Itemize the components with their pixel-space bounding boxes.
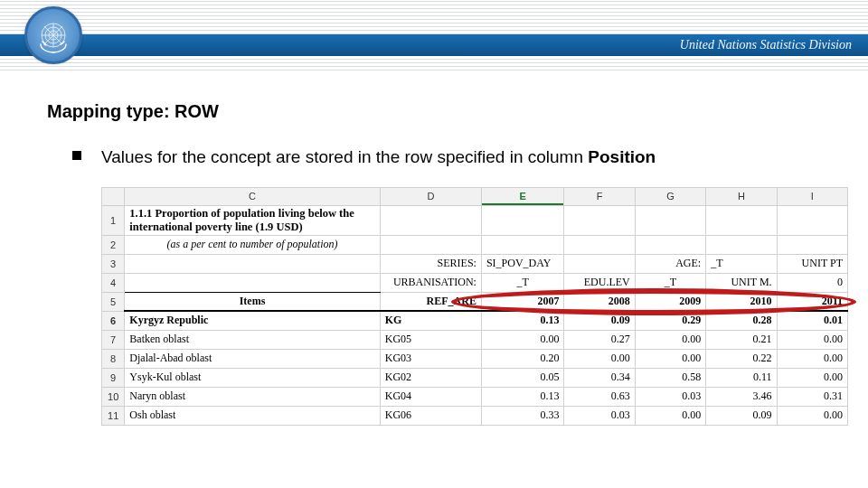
cell[interactable]: [564, 235, 635, 254]
spreadsheet: C D E F G H I 1 1.1.1 Proportion of popu…: [101, 187, 848, 426]
indicator-title-line1[interactable]: 1.1.1 Proportion of population living be…: [125, 205, 380, 235]
col-header-G[interactable]: G: [635, 187, 705, 205]
value-cell[interactable]: 0.00: [564, 349, 635, 368]
area-code[interactable]: KG03: [380, 349, 481, 368]
value-cell[interactable]: 0.01: [777, 311, 847, 330]
unitm-label[interactable]: UNIT M.: [706, 273, 777, 292]
value-cell[interactable]: 0.00: [635, 349, 705, 368]
value-cell[interactable]: 0.63: [564, 387, 635, 406]
value-cell[interactable]: 0.29: [635, 311, 705, 330]
bullet-text-bold: Position: [588, 147, 656, 166]
col-header-E[interactable]: E: [481, 187, 563, 205]
value-cell[interactable]: 0.09: [706, 406, 777, 425]
year-2008[interactable]: 2008: [564, 292, 635, 311]
col-header-F[interactable]: F: [564, 187, 635, 205]
value-cell[interactable]: 0.11: [706, 368, 777, 387]
col-header-C[interactable]: C: [125, 187, 380, 205]
row-number[interactable]: 1: [102, 205, 125, 235]
age-value[interactable]: _T: [706, 254, 777, 273]
unit-pt[interactable]: UNIT PT: [777, 254, 847, 273]
cell[interactable]: [481, 235, 563, 254]
area-code[interactable]: KG: [380, 311, 481, 330]
value-cell[interactable]: 0.03: [635, 387, 705, 406]
value-cell[interactable]: 0.33: [481, 406, 563, 425]
column-header-row: C D E F G H I: [102, 187, 848, 205]
year-2011[interactable]: 2011: [777, 292, 847, 311]
value-cell[interactable]: 0.13: [481, 387, 563, 406]
age-label[interactable]: AGE:: [635, 254, 705, 273]
area-name[interactable]: Osh oblast: [125, 406, 380, 425]
cell[interactable]: [125, 254, 380, 273]
cell[interactable]: [635, 205, 705, 235]
year-2010[interactable]: 2010: [706, 292, 777, 311]
cell[interactable]: [125, 273, 380, 292]
value-cell[interactable]: 0.27: [564, 330, 635, 349]
value-cell[interactable]: 0.28: [706, 311, 777, 330]
ref-area-header[interactable]: REF_ARE: [380, 292, 481, 311]
value-cell[interactable]: 0.20: [481, 349, 563, 368]
col-header-D[interactable]: D: [380, 187, 481, 205]
urbanisation-value[interactable]: _T: [481, 273, 563, 292]
series-label[interactable]: SERIES:: [380, 254, 481, 273]
cell[interactable]: [706, 205, 777, 235]
row-number[interactable]: 9: [102, 368, 125, 387]
area-code[interactable]: KG04: [380, 387, 481, 406]
series-value[interactable]: SI_POV_DAY: [481, 254, 563, 273]
row-number[interactable]: 11: [102, 406, 125, 425]
year-2007[interactable]: 2007: [481, 292, 563, 311]
area-name[interactable]: Ysyk-Kul oblast: [125, 368, 380, 387]
row-number[interactable]: 8: [102, 349, 125, 368]
value-cell[interactable]: 0.00: [481, 330, 563, 349]
area-code[interactable]: KG05: [380, 330, 481, 349]
select-all-corner[interactable]: [102, 187, 125, 205]
year-2009[interactable]: 2009: [635, 292, 705, 311]
area-code[interactable]: KG02: [380, 368, 481, 387]
cell[interactable]: [635, 235, 705, 254]
value-cell[interactable]: 0.05: [481, 368, 563, 387]
cell[interactable]: [380, 235, 481, 254]
value-cell[interactable]: 0.58: [635, 368, 705, 387]
area-name[interactable]: Batken oblast: [125, 330, 380, 349]
cell[interactable]: [481, 205, 563, 235]
urbanisation-label[interactable]: URBANISATION:: [380, 273, 481, 292]
row-number[interactable]: 10: [102, 387, 125, 406]
bullet-text-pre: Values for the concept are stored in the…: [101, 147, 588, 166]
value-cell[interactable]: 0.00: [635, 330, 705, 349]
value-cell[interactable]: 0.03: [564, 406, 635, 425]
unitm-value[interactable]: 0: [777, 273, 847, 292]
col-header-H[interactable]: H: [706, 187, 777, 205]
value-cell[interactable]: 0.21: [706, 330, 777, 349]
row-number[interactable]: 7: [102, 330, 125, 349]
edulev-label[interactable]: EDU.LEV: [564, 273, 635, 292]
value-cell[interactable]: 0.31: [777, 387, 847, 406]
row-number[interactable]: 3: [102, 254, 125, 273]
value-cell[interactable]: 3.46: [706, 387, 777, 406]
value-cell[interactable]: 0.34: [564, 368, 635, 387]
cell[interactable]: [777, 205, 847, 235]
cell[interactable]: [564, 205, 635, 235]
value-cell[interactable]: 0.00: [777, 406, 847, 425]
value-cell[interactable]: 0.00: [777, 349, 847, 368]
row-number[interactable]: 6: [102, 311, 125, 330]
value-cell[interactable]: 0.00: [777, 330, 847, 349]
row-number[interactable]: 5: [102, 292, 125, 311]
cell[interactable]: [564, 254, 635, 273]
area-name[interactable]: Djalal-Abad oblast: [125, 349, 380, 368]
cell[interactable]: [777, 235, 847, 254]
area-code[interactable]: KG06: [380, 406, 481, 425]
value-cell[interactable]: 0.00: [777, 368, 847, 387]
area-name[interactable]: Naryn oblast: [125, 387, 380, 406]
items-header[interactable]: Items: [125, 292, 380, 311]
edulev-value[interactable]: _T: [635, 273, 705, 292]
col-header-I[interactable]: I: [777, 187, 847, 205]
value-cell[interactable]: 0.00: [635, 406, 705, 425]
row-number[interactable]: 4: [102, 273, 125, 292]
value-cell[interactable]: 0.22: [706, 349, 777, 368]
value-cell[interactable]: 0.09: [564, 311, 635, 330]
row-number[interactable]: 2: [102, 235, 125, 254]
area-name[interactable]: Kyrgyz Republic: [125, 311, 380, 330]
indicator-subtitle[interactable]: (as a per cent to number of population): [125, 235, 380, 254]
value-cell[interactable]: 0.13: [481, 311, 563, 330]
cell[interactable]: [706, 235, 777, 254]
cell[interactable]: [380, 205, 481, 235]
